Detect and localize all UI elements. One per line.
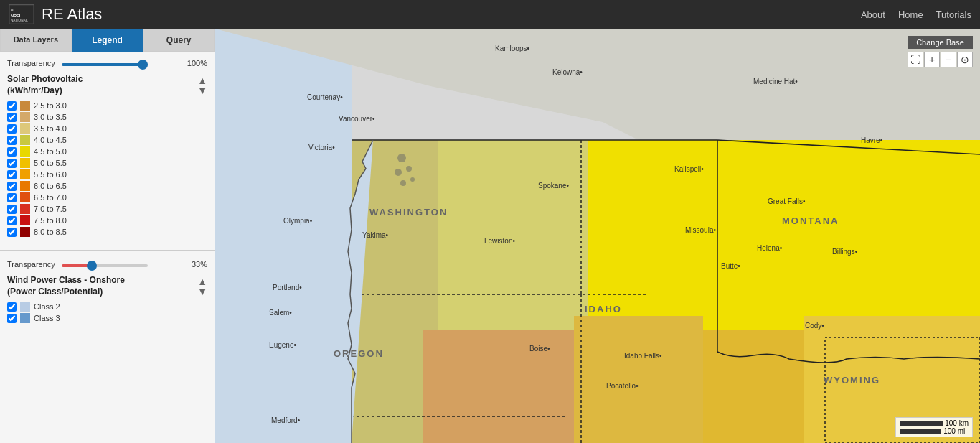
svg-text:≡: ≡: [11, 7, 14, 12]
map-container[interactable]: Kamloops• Kelowna• Medicine Hat• Courten…: [215, 29, 980, 443]
wind-transparency-row: Transparency 33%: [7, 259, 207, 269]
wind-transparency-slider[interactable]: [62, 264, 148, 267]
solar-color-swatch-8: [20, 192, 30, 202]
nav-tutorials[interactable]: Tutorials: [936, 9, 971, 20]
solar-legend-item: 6.5 to 7.0: [7, 192, 207, 202]
wind-legend-item: Class 2: [7, 302, 207, 312]
solar-legend-label-0: 2.5 to 3.0: [34, 101, 67, 110]
solar-legend-label-8: 6.5 to 7.0: [34, 193, 67, 202]
tab-data-layers[interactable]: Data Layers: [0, 29, 72, 52]
solar-transparency-row: Transparency 100%: [7, 58, 207, 68]
solar-legend-label-7: 6.0 to 6.5: [34, 182, 67, 190]
wind-color-swatch-1: [20, 313, 30, 323]
wind-legend-checkbox-0[interactable]: [7, 302, 17, 312]
wind-legend-checkbox-1[interactable]: [7, 314, 17, 323]
solar-legend-item: 3.0 to 3.5: [7, 112, 207, 122]
solar-color-swatch-10: [20, 215, 30, 225]
wind-legend-items: Class 2 Class 3: [7, 302, 207, 323]
main-content: Data Layers Legend Query Transparency 10…: [0, 29, 980, 443]
wind-sort-arrows[interactable]: ▲ ▼: [197, 276, 207, 297]
wind-transparency-label: Transparency: [7, 260, 57, 269]
wind-layer-title: Wind Power Class - Onshore(Power Class/P…: [7, 275, 125, 297]
solar-legend-item: 7.5 to 8.0: [7, 215, 207, 225]
solar-legend-checkbox-11[interactable]: [7, 228, 17, 237]
solar-legend-item: 5.5 to 6.0: [7, 169, 207, 179]
scale-km-label: 100 km: [945, 419, 969, 427]
left-panel: Data Layers Legend Query Transparency 10…: [0, 29, 215, 443]
svg-point-25: [400, 180, 406, 186]
scale-km-line: [900, 421, 943, 426]
zoom-extent-button[interactable]: ⛶: [908, 52, 923, 67]
nav-about[interactable]: About: [861, 9, 885, 20]
solar-legend-items: 2.5 to 3.0 3.0 to 3.5 3.5 to 4.0 4.0 to …: [7, 101, 207, 237]
solar-legend-checkbox-1[interactable]: [7, 113, 17, 122]
header-nav: About Home Tutorials: [861, 9, 971, 20]
solar-legend-label-2: 3.5 to 4.0: [34, 124, 67, 133]
solar-legend-item: 5.0 to 5.5: [7, 158, 207, 168]
solar-color-swatch-1: [20, 112, 30, 122]
solar-color-swatch-11: [20, 227, 30, 237]
header-left: ≡ NREL NATIONAL RE Atlas: [9, 4, 102, 24]
change-base-button[interactable]: Change Base: [908, 36, 973, 49]
scale-mi-label: 100 mi: [943, 427, 965, 435]
solar-legend-checkbox-10[interactable]: [7, 216, 17, 225]
wind-transparency-slider-container: [62, 259, 178, 269]
solar-color-swatch-9: [20, 204, 30, 214]
solar-color-swatch-5: [20, 158, 30, 168]
solar-color-swatch-3: [20, 135, 30, 145]
map-svg: [215, 29, 980, 443]
solar-legend-checkbox-2[interactable]: [7, 124, 17, 134]
solar-legend-checkbox-0[interactable]: [7, 101, 17, 111]
solar-legend-checkbox-9[interactable]: [7, 205, 17, 214]
solar-legend-label-9: 7.0 to 7.5: [34, 205, 67, 213]
nav-home[interactable]: Home: [898, 9, 923, 20]
zoom-out-button[interactable]: −: [941, 52, 956, 67]
solar-color-swatch-2: [20, 123, 30, 134]
zoom-in-button[interactable]: +: [924, 52, 940, 67]
solar-transparency-slider[interactable]: [62, 63, 148, 66]
solar-legend-item: 4.5 to 5.0: [7, 146, 207, 157]
solar-legend-item: 8.0 to 8.5: [7, 227, 207, 237]
solar-legend-checkbox-3[interactable]: [7, 136, 17, 145]
solar-legend-item: 6.0 to 6.5: [7, 181, 207, 191]
solar-legend-label-6: 5.5 to 6.0: [34, 170, 67, 179]
wind-legend-label-1: Class 3: [34, 314, 60, 322]
solar-legend-checkbox-8[interactable]: [7, 193, 17, 202]
scale-mi-line: [900, 429, 941, 434]
solar-legend-checkbox-5[interactable]: [7, 159, 17, 168]
solar-legend-item: 2.5 to 3.0: [7, 101, 207, 111]
solar-legend-checkbox-6[interactable]: [7, 170, 17, 179]
solar-transparency-value: 100%: [182, 59, 207, 67]
solar-color-swatch-6: [20, 169, 30, 179]
wind-layer-title-row: Wind Power Class - Onshore(Power Class/P…: [7, 275, 207, 297]
solar-legend-checkbox-7[interactable]: [7, 182, 17, 191]
nrel-logo: ≡ NREL NATIONAL: [9, 4, 34, 24]
solar-layer-title: Solar Photovoltaic(kWh/m²/Day): [7, 74, 83, 96]
header: ≡ NREL NATIONAL RE Atlas About Home Tuto…: [0, 0, 980, 29]
zoom-reset-button[interactable]: ⊙: [957, 52, 973, 67]
svg-rect-5: [215, 29, 352, 443]
solar-legend-label-5: 5.0 to 5.5: [34, 159, 67, 167]
solar-transparency-slider-container: [62, 58, 178, 68]
tab-legend[interactable]: Legend: [72, 29, 143, 52]
solar-legend-label-10: 7.5 to 8.0: [34, 216, 67, 225]
scale-mi-row: 100 mi: [900, 427, 969, 435]
wind-legend-item: Class 3: [7, 313, 207, 323]
tab-query[interactable]: Query: [143, 29, 215, 52]
wind-section: Transparency 33% Wind Power Class - Onsh…: [0, 253, 215, 333]
solar-legend-label-4: 4.5 to 5.0: [34, 147, 67, 156]
svg-marker-9: [423, 330, 574, 443]
solar-legend-label-3: 4.0 to 4.5: [34, 136, 67, 144]
solar-legend-item: 4.0 to 4.5: [7, 135, 207, 145]
app-title: RE Atlas: [42, 5, 102, 24]
wind-color-swatch-0: [20, 302, 30, 312]
svg-marker-11: [703, 330, 804, 443]
wind-legend-label-0: Class 2: [34, 302, 60, 311]
solar-legend-checkbox-4[interactable]: [7, 147, 17, 157]
scale-km-row: 100 km: [900, 419, 969, 427]
svg-point-26: [410, 177, 415, 182]
map-controls: Change Base ⛶ + − ⊙: [908, 36, 973, 67]
solar-sort-arrows[interactable]: ▲ ▼: [197, 75, 207, 95]
solar-legend-item: 7.0 to 7.5: [7, 204, 207, 214]
solar-color-swatch-0: [20, 101, 30, 111]
